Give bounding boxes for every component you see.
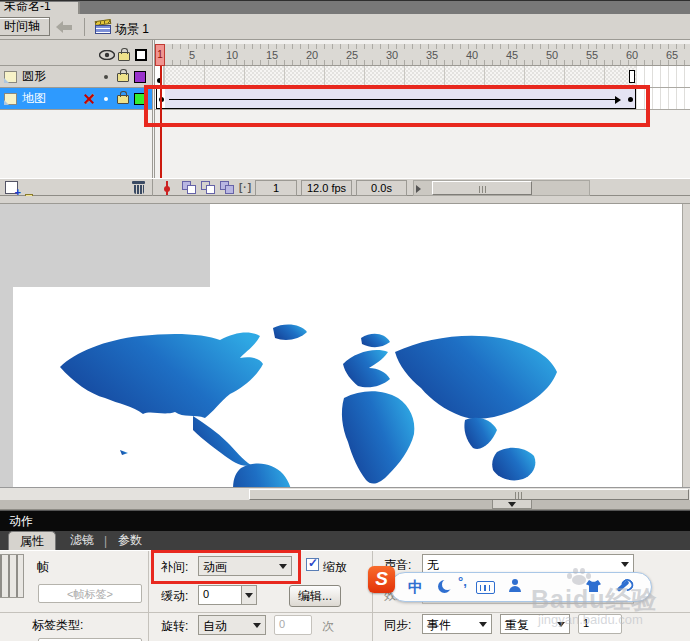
panel-tab-bar: 属性 滤镜 | 参数 bbox=[0, 531, 690, 550]
rotate-times-label: 次 bbox=[322, 618, 334, 635]
tween-span-highlight-annotation bbox=[144, 85, 650, 127]
layer-page-icon bbox=[4, 71, 17, 83]
layer-outline-color[interactable] bbox=[134, 71, 146, 83]
rotate-dropdown[interactable]: 自动 bbox=[198, 615, 266, 635]
visibility-dot[interactable] bbox=[104, 75, 108, 79]
ruler-number: 25 bbox=[342, 49, 362, 61]
flash-application-window: 未命名-1 时间轴 场景 1 圆形 bbox=[0, 0, 690, 641]
layer-row-map[interactable]: 地图 bbox=[0, 88, 152, 110]
chinese-mode-icon[interactable]: 中 bbox=[408, 578, 423, 597]
punctuation-icon[interactable]: °, bbox=[458, 574, 467, 589]
timeline-panel-button[interactable]: 时间轴 bbox=[0, 17, 50, 36]
frame-thumbnail-icon bbox=[0, 554, 24, 598]
frame-label-input[interactable]: <帧标签> bbox=[38, 584, 142, 603]
tween-dropdown-highlight-annotation bbox=[151, 550, 301, 584]
pencil-locked-icon bbox=[82, 92, 96, 106]
label-type-label: 标签类型: bbox=[32, 617, 83, 634]
document-tab-bar: 未命名-1 bbox=[0, 0, 690, 14]
delete-layer-icon[interactable] bbox=[132, 181, 145, 194]
onion-skin-icon[interactable] bbox=[182, 181, 198, 195]
elapsed-time-indicator: 0.0s bbox=[356, 180, 407, 196]
timeline-hscrollbar-thumb[interactable] bbox=[432, 181, 532, 195]
ruler-number: 10 bbox=[222, 49, 242, 61]
scene-toolbar: 时间轴 场景 1 bbox=[0, 14, 690, 40]
ruler-number: 60 bbox=[622, 49, 642, 61]
frame-ruler[interactable]: 5101520253035404550556065 bbox=[155, 44, 690, 66]
layers-header bbox=[0, 44, 152, 66]
lock-column-icon[interactable] bbox=[118, 52, 130, 61]
onion-skin-outlines-icon[interactable] bbox=[201, 181, 217, 195]
sound-dropdown[interactable]: 无 bbox=[422, 554, 634, 574]
layer-page-icon bbox=[4, 93, 17, 105]
fullwidth-moon-icon[interactable] bbox=[438, 580, 451, 593]
stage-hscrollbar[interactable] bbox=[0, 487, 690, 500]
ruler-number: 20 bbox=[302, 49, 322, 61]
scale-label: 缩放 bbox=[323, 559, 347, 576]
tab-properties[interactable]: 属性 bbox=[8, 531, 56, 550]
timeline-panel: 圆形 地图 5101520253035404550556065 1 bbox=[0, 40, 690, 178]
stage-hscrollbar-thumb[interactable] bbox=[249, 489, 689, 500]
layer-name: 地图 bbox=[22, 90, 46, 107]
ruler-number: 65 bbox=[662, 49, 682, 61]
actions-panel-header[interactable]: 动作 bbox=[0, 510, 690, 531]
ruler-number: 35 bbox=[422, 49, 442, 61]
layer-name: 圆形 bbox=[22, 68, 46, 85]
back-arrow-icon[interactable] bbox=[56, 22, 72, 31]
playhead-marker[interactable]: 1 bbox=[155, 44, 165, 66]
watermark-url: jingyan.baidu.com bbox=[538, 612, 643, 627]
ease-input[interactable]: 0 bbox=[198, 585, 242, 605]
sync-dropdown[interactable]: 事件 bbox=[422, 614, 492, 634]
outline-column-icon[interactable] bbox=[135, 49, 147, 61]
insert-layer-icon[interactable] bbox=[5, 181, 18, 194]
stage-vscrollbar[interactable] bbox=[682, 204, 690, 487]
current-frame-indicator: 1 bbox=[255, 180, 297, 196]
timeline-controls-bar: [·] 1 12.0 fps 0.0s bbox=[0, 178, 690, 196]
eye-icon[interactable] bbox=[99, 50, 115, 60]
ruler-number: 50 bbox=[542, 49, 562, 61]
frame-span-end-marker bbox=[629, 70, 635, 83]
scene-clapper-icon bbox=[95, 20, 111, 34]
scene-label: 场景 1 bbox=[115, 21, 149, 38]
tab-filters[interactable]: 滤镜 bbox=[62, 531, 102, 550]
timeline-hscrollbar[interactable] bbox=[413, 180, 590, 196]
visibility-dot[interactable] bbox=[104, 97, 108, 101]
frame-rate-indicator[interactable]: 12.0 fps bbox=[301, 180, 352, 196]
modify-onion-markers-icon[interactable]: [·] bbox=[239, 182, 252, 193]
ruler-number: 40 bbox=[462, 49, 482, 61]
edit-multiple-frames-icon[interactable] bbox=[220, 181, 236, 195]
panel-collapse-button[interactable] bbox=[492, 500, 532, 509]
ease-spinner-button[interactable] bbox=[241, 585, 257, 605]
ruler-number: 45 bbox=[502, 49, 522, 61]
voice-input-icon[interactable] bbox=[508, 579, 522, 593]
tab-parameters[interactable]: 参数 bbox=[110, 531, 150, 550]
rotate-count-input[interactable]: 0 bbox=[274, 615, 312, 635]
layer-row-circle[interactable]: 圆形 bbox=[0, 66, 152, 88]
ruler-number: 30 bbox=[382, 49, 402, 61]
ruler-number: 55 bbox=[582, 49, 602, 61]
edit-easing-button[interactable]: 编辑... bbox=[289, 585, 341, 607]
sogou-logo-icon[interactable]: S bbox=[368, 566, 395, 593]
edit-bar-strip bbox=[0, 196, 690, 204]
panel-collapse-strip bbox=[0, 500, 690, 510]
pasteboard bbox=[0, 204, 210, 287]
layer-lock-icon[interactable] bbox=[117, 95, 129, 104]
sync-label: 同步: bbox=[384, 617, 411, 634]
rotate-label: 旋转: bbox=[161, 618, 188, 635]
stage[interactable] bbox=[0, 204, 690, 487]
soft-keyboard-icon[interactable] bbox=[476, 581, 495, 594]
static-frame-span bbox=[164, 66, 636, 87]
scale-checkbox[interactable] bbox=[306, 558, 319, 571]
ruler-number: 5 bbox=[182, 49, 202, 61]
pasteboard-left bbox=[0, 287, 13, 487]
layer-lock-icon[interactable] bbox=[117, 73, 129, 82]
center-frame-icon[interactable] bbox=[160, 181, 173, 195]
world-map-image[interactable] bbox=[45, 302, 565, 487]
ruler-number: 15 bbox=[262, 49, 282, 61]
frame-section-label: 帧 bbox=[37, 559, 49, 576]
toolbar-divider bbox=[84, 18, 85, 36]
ease-label: 缓动: bbox=[161, 588, 188, 605]
scroll-left-arrow[interactable] bbox=[416, 185, 421, 193]
